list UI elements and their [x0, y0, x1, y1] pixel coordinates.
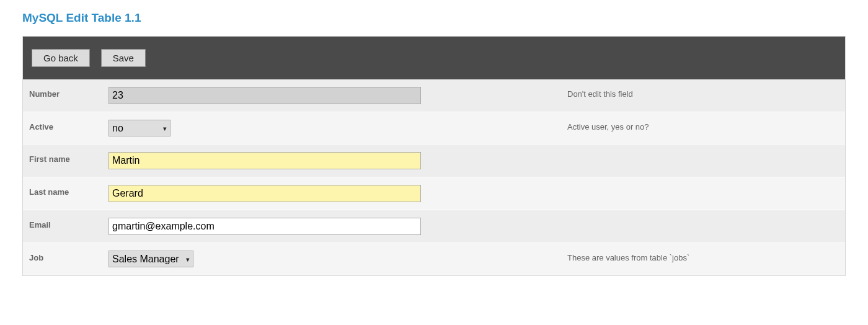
go-back-button[interactable]: Go back [32, 49, 90, 67]
page-title: MySQL Edit Table 1.1 [22, 11, 846, 25]
row-email: Email [23, 210, 845, 243]
save-button[interactable]: Save [101, 49, 146, 67]
hint-last-name [567, 185, 839, 187]
hint-email [567, 218, 839, 220]
row-first-name: First name [23, 145, 845, 177]
hint-number: Don't edit this field [567, 87, 839, 99]
label-last-name: Last name [29, 185, 108, 197]
toolbar: Go back Save [23, 37, 845, 79]
row-job: Job Sales Manager These are values from … [23, 243, 845, 275]
form-rows: Number Don't edit this field Active no A… [23, 79, 845, 275]
label-number: Number [29, 87, 108, 99]
hint-active: Active user, yes or no? [567, 120, 839, 131]
active-select[interactable]: no [108, 120, 170, 136]
email-input[interactable] [108, 218, 421, 235]
number-input [108, 87, 421, 104]
edit-panel: Go back Save Number Don't edit this fiel… [22, 36, 846, 276]
row-active: Active no Active user, yes or no? [23, 112, 845, 145]
label-email: Email [29, 218, 108, 229]
row-last-name: Last name [23, 177, 845, 210]
label-active: Active [29, 120, 108, 131]
hint-first-name [567, 152, 839, 154]
job-select[interactable]: Sales Manager [108, 251, 193, 267]
label-first-name: First name [29, 152, 108, 164]
last-name-input[interactable] [108, 185, 421, 202]
hint-job: These are values from table `jobs` [567, 251, 839, 262]
first-name-input[interactable] [108, 152, 421, 169]
row-number: Number Don't edit this field [23, 79, 845, 112]
label-job: Job [29, 251, 108, 262]
